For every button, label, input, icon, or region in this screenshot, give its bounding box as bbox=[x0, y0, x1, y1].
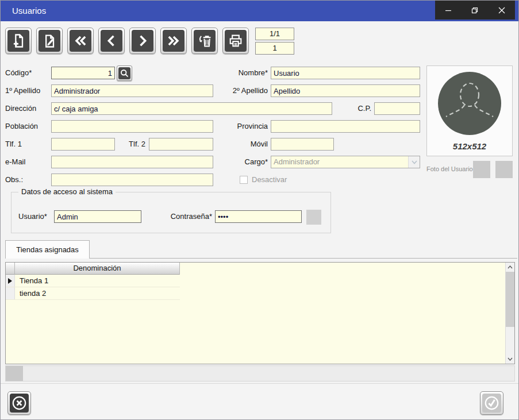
title-bar: Usuarios bbox=[1, 1, 518, 21]
last-record-icon bbox=[166, 33, 182, 49]
apellido1-input[interactable] bbox=[51, 84, 213, 97]
provincia-label: Provincia bbox=[228, 120, 268, 133]
cancel-button[interactable] bbox=[7, 391, 31, 415]
usuario-label: Usuario* bbox=[18, 210, 47, 223]
first-record-button[interactable] bbox=[67, 28, 94, 54]
tab-strip-line bbox=[89, 258, 517, 259]
cargo-selected-value: Administrador bbox=[271, 156, 408, 168]
grid-column-header-denominacion[interactable]: Denominación bbox=[15, 263, 180, 275]
tlf2-label: Tlf. 2 bbox=[118, 138, 145, 151]
obs-label: Obs.: bbox=[5, 174, 23, 186]
person-silhouette-icon bbox=[438, 72, 501, 135]
tiendas-grid: Denominación Tienda 1 tienda 2 bbox=[5, 262, 515, 364]
email-input[interactable] bbox=[51, 156, 213, 168]
tlf2-input[interactable] bbox=[149, 138, 213, 151]
photo-clear-button[interactable] bbox=[495, 161, 513, 178]
new-record-button[interactable] bbox=[5, 28, 32, 54]
grid-hscroll-thumb[interactable] bbox=[6, 366, 23, 381]
minimize-icon bbox=[444, 6, 452, 14]
next-record-button[interactable] bbox=[129, 28, 156, 54]
poblacion-input[interactable] bbox=[51, 120, 213, 133]
grid-indicator-header bbox=[6, 263, 15, 275]
nombre-input[interactable] bbox=[271, 67, 420, 79]
cancel-circle-x-icon bbox=[11, 395, 27, 411]
close-icon bbox=[498, 6, 506, 14]
accept-button[interactable] bbox=[480, 391, 503, 415]
direccion-input[interactable] bbox=[51, 102, 332, 115]
bottom-bar bbox=[1, 384, 518, 420]
current-row-arrow-icon bbox=[8, 278, 12, 284]
grid-row-tienda-1[interactable]: Tienda 1 bbox=[6, 275, 180, 287]
photo-size-hint: 512x512 bbox=[427, 141, 512, 151]
grid-horizontal-scrollbar[interactable] bbox=[5, 365, 515, 382]
movil-input[interactable] bbox=[271, 138, 334, 151]
show-password-button[interactable] bbox=[306, 210, 321, 225]
provincia-input[interactable] bbox=[271, 120, 420, 133]
close-button[interactable] bbox=[489, 1, 515, 20]
obs-input[interactable] bbox=[51, 174, 213, 186]
desactivar-checkbox[interactable] bbox=[240, 176, 248, 184]
search-icon bbox=[120, 68, 129, 78]
apellido2-label: 2º Apellido bbox=[222, 84, 268, 97]
record-indicator: 1/1 bbox=[255, 28, 294, 40]
codigo-label: Código* bbox=[5, 67, 32, 79]
cargo-label: Cargo* bbox=[228, 156, 268, 168]
first-record-icon bbox=[72, 33, 89, 49]
cp-label: C.P. bbox=[348, 102, 371, 115]
new-record-icon bbox=[10, 33, 26, 49]
delete-record-icon bbox=[197, 33, 213, 49]
search-button[interactable] bbox=[117, 65, 132, 81]
email-label: e-Mail bbox=[5, 156, 25, 168]
minimize-button[interactable] bbox=[435, 1, 462, 20]
apellido1-label: 1º Apellido bbox=[5, 84, 40, 97]
contrasena-input[interactable] bbox=[215, 210, 302, 223]
desactivar-label: Desactivar bbox=[252, 174, 287, 186]
row-selector-cell bbox=[6, 287, 15, 299]
contrasena-label: Contraseña* bbox=[163, 210, 212, 223]
grid-row-tienda-2[interactable]: tienda 2 bbox=[6, 287, 180, 300]
window-title: Usuarios bbox=[12, 1, 46, 21]
row-selector-cell bbox=[6, 275, 15, 287]
access-group-title: Datos de acceso al sistema bbox=[18, 187, 116, 196]
record-number-box[interactable]: 1 bbox=[255, 42, 294, 55]
grid-vertical-scrollbar[interactable] bbox=[505, 263, 514, 364]
grid-vscroll-thumb[interactable] bbox=[506, 272, 514, 327]
cargo-select[interactable]: Administrador bbox=[271, 156, 420, 168]
user-photo-placeholder[interactable]: 512x512 bbox=[426, 65, 513, 156]
scroll-up-icon[interactable] bbox=[506, 263, 514, 272]
delete-record-button[interactable] bbox=[191, 28, 218, 54]
movil-label: Móvil bbox=[228, 138, 268, 151]
photo-load-button[interactable] bbox=[473, 161, 490, 178]
usuario-input[interactable] bbox=[54, 210, 141, 223]
next-record-icon bbox=[134, 33, 151, 49]
edit-record-button[interactable] bbox=[36, 28, 63, 54]
print-icon bbox=[228, 33, 244, 49]
edit-record-icon bbox=[41, 33, 57, 49]
direccion-label: Dirección bbox=[5, 102, 36, 115]
accept-circle-check-icon bbox=[484, 395, 499, 411]
photo-caption: Foto del Usuario bbox=[426, 165, 473, 172]
cp-input[interactable] bbox=[374, 102, 420, 115]
grid-cell: tienda 2 bbox=[20, 287, 46, 300]
restore-icon bbox=[471, 6, 479, 14]
previous-record-button[interactable] bbox=[98, 28, 125, 54]
window-controls bbox=[435, 1, 515, 20]
apellido2-input[interactable] bbox=[271, 84, 420, 97]
chevron-down-icon bbox=[408, 156, 420, 168]
print-button[interactable] bbox=[222, 28, 249, 54]
codigo-input[interactable] bbox=[51, 67, 115, 79]
access-data-group: Datos de acceso al sistema Usuario* Cont… bbox=[11, 192, 331, 233]
app-window: Usuarios bbox=[0, 0, 519, 420]
restore-button[interactable] bbox=[462, 1, 488, 20]
tlf1-label: Tlf. 1 bbox=[5, 138, 22, 151]
poblacion-label: Población bbox=[5, 120, 38, 133]
tlf1-input[interactable] bbox=[51, 138, 115, 151]
nombre-label: Nombre* bbox=[228, 67, 268, 79]
tab-tiendas-asignadas[interactable]: Tiendas asignadas bbox=[5, 240, 90, 259]
previous-record-icon bbox=[103, 33, 120, 49]
last-record-button[interactable] bbox=[160, 28, 187, 54]
grid-cell: Tienda 1 bbox=[20, 275, 48, 287]
scroll-down-icon[interactable] bbox=[506, 355, 514, 364]
